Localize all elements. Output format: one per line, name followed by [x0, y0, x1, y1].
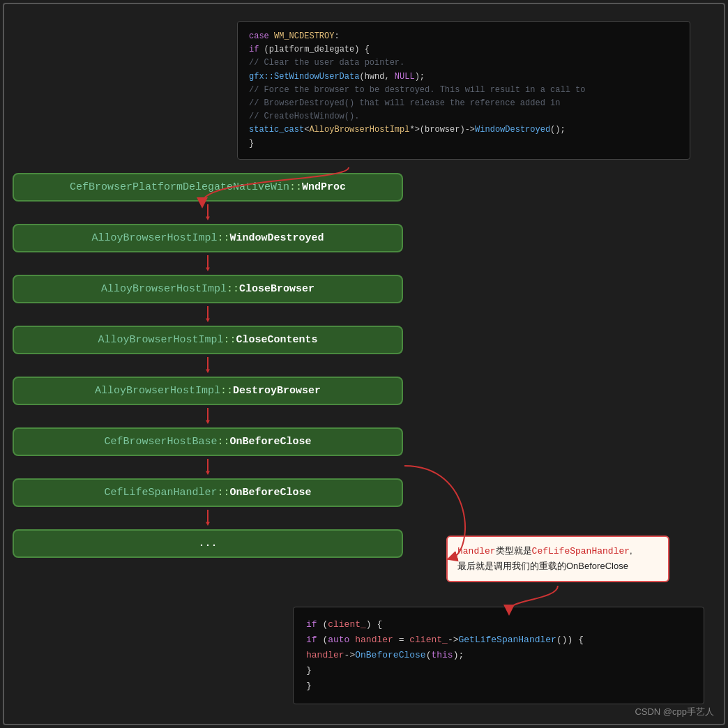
node-wndproc: CefBrowserPlatformDelegateNativeWin::Wnd…	[13, 173, 403, 202]
code-line-5: // Force the browser to be destroyed. Th…	[249, 84, 678, 97]
annotation-text2: 最后就是调用我们的重载的OnBeforeClose	[457, 561, 628, 571]
code-line-7: // CreateHostWindow().	[249, 110, 678, 123]
node-closecontents: AlloyBrowserHostImpl::CloseContents	[13, 326, 403, 354]
code-line-9: }	[249, 137, 678, 151]
code-line-6: // BrowserDestroyed() that will release …	[249, 97, 678, 110]
arrow-1	[13, 255, 403, 275]
code-line-8: static_cast<AlloyBrowserHostImpl*>(brows…	[249, 123, 678, 137]
node-onbeforeclose-base: CefBrowserHostBase::OnBeforeClose	[13, 427, 403, 456]
node-closebrowser: AlloyBrowserHostImpl::CloseBrowser	[13, 275, 403, 303]
bottom-code-line-5: }	[306, 678, 691, 694]
arrow-2	[13, 306, 403, 326]
watermark: CSDN @cpp手艺人	[635, 706, 714, 718]
annotation-box: handler类型就是CefLifeSpanHandler, 最后就是调用我们的…	[446, 536, 669, 582]
arrow-3	[13, 357, 403, 377]
node-windowdestroyed: AlloyBrowserHostImpl::WindowDestroyed	[13, 224, 403, 252]
bottom-code-line-2: if (auto handler = client_->GetLifeSpanH…	[306, 632, 691, 648]
node-onbeforeclose-lifespan: CefLifeSpanHandler::OnBeforeClose	[13, 478, 403, 507]
bottom-code-line-1: if (client_) {	[306, 617, 691, 632]
code-line-2: if (platform_delegate) {	[249, 43, 678, 56]
annotation-text1: 类型就是	[496, 545, 532, 556]
bottom-code-line-3: handler->OnBeforeClose(this);	[306, 648, 691, 663]
node-destroybrowser: AlloyBrowserHostImpl::DestroyBrowser	[13, 377, 403, 405]
annotation-handler: handler	[457, 546, 496, 556]
call-chain: CefBrowserPlatformDelegateNativeWin::Wnd…	[13, 173, 403, 561]
main-container: case WM_NCDESTROY: if (platform_delegate…	[0, 0, 728, 728]
arrow-4	[13, 408, 403, 427]
code-line-3: // Clear the user data pointer.	[249, 56, 678, 70]
code-block-top: case WM_NCDESTROY: if (platform_delegate…	[237, 21, 690, 160]
bottom-code-line-4: }	[306, 663, 691, 678]
arrow-0	[13, 204, 403, 224]
annotation-comma: ,	[630, 545, 632, 556]
code-block-bottom: if (client_) { if (auto handler = client…	[293, 607, 704, 704]
code-line-1: case WM_NCDESTROY:	[249, 30, 678, 43]
annotation-classname: CefLifeSpanHandler	[532, 546, 630, 556]
arrow-6	[13, 510, 403, 529]
node-ellipsis: ...	[13, 529, 403, 558]
code-line-4: gfx::SetWindowUserData(hwnd, NULL);	[249, 70, 678, 84]
arrow-5	[13, 459, 403, 478]
